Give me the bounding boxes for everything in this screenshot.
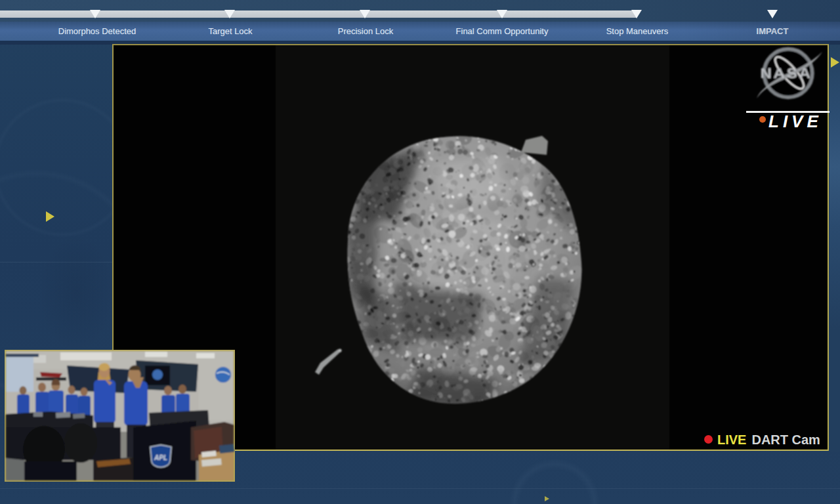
svg-text:NASA: NASA xyxy=(760,65,812,81)
